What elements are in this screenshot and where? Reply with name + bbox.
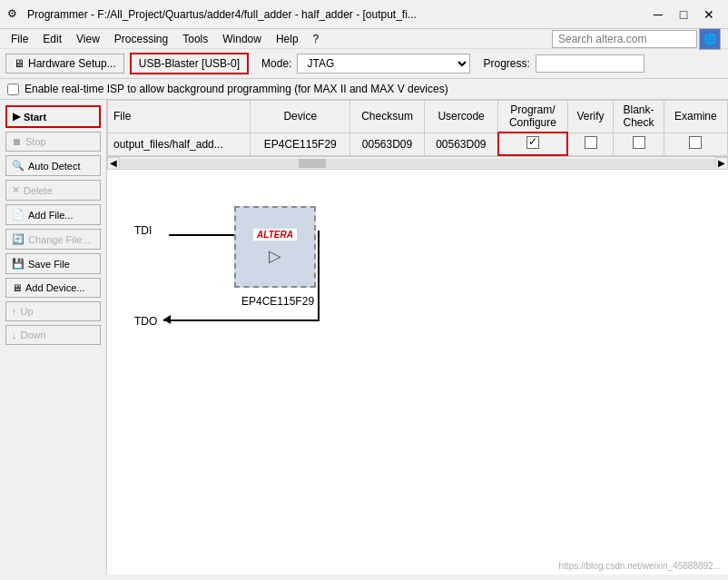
menu-tools[interactable]: Tools xyxy=(175,31,215,47)
stop-button[interactable]: ⏹ Stop xyxy=(5,132,101,152)
menu-file[interactable]: File xyxy=(4,31,35,47)
title-text: Programmer - F:/All_Project/Quartus/adde… xyxy=(27,8,646,21)
col-file: File xyxy=(108,101,251,133)
up-icon: ↑ xyxy=(12,306,17,317)
scroll-track[interactable] xyxy=(120,159,715,168)
minimize-button[interactable]: ─ xyxy=(646,3,670,26)
mode-label: Mode: xyxy=(261,57,291,70)
col-program-configure: Program/Configure xyxy=(498,101,568,133)
hardware-icon: 🖥 xyxy=(14,57,25,70)
col-examine: Examine xyxy=(664,101,727,133)
add-file-button[interactable]: 📄 Add File... xyxy=(5,204,101,225)
cell-file: output_files/half_add... xyxy=(108,133,251,155)
title-bar: ⚙ Programmer - F:/All_Project/Quartus/ad… xyxy=(0,0,728,29)
menu-view[interactable]: View xyxy=(69,31,107,47)
start-button[interactable]: ▶ Start xyxy=(5,105,101,128)
delete-button[interactable]: ✕ Delete xyxy=(5,180,101,201)
change-file-button[interactable]: 🔄 Change File... xyxy=(5,229,101,250)
add-device-button[interactable]: 🖥 Add Device... xyxy=(5,278,101,298)
col-verify: Verify xyxy=(567,101,614,133)
down-button[interactable]: ↓ Down xyxy=(5,325,101,345)
cell-checksum: 00563D09 xyxy=(350,133,425,155)
menu-help[interactable]: Help xyxy=(269,31,306,47)
scroll-right-button[interactable]: ▶ xyxy=(715,157,728,170)
save-file-button[interactable]: 💾 Save File xyxy=(5,253,101,274)
isp-label: Enable real-time ISP to allow background… xyxy=(25,83,448,95)
program-configure-checkbox[interactable] xyxy=(526,136,539,149)
device-viz: TDI ALTERA ▷ EP4CE115F29 xyxy=(107,170,728,575)
usb-blaster-button[interactable]: USB-Blaster [USB-0] xyxy=(130,53,249,74)
start-icon: ▶ xyxy=(13,111,20,123)
examine-checkbox[interactable] xyxy=(689,136,702,149)
watermark: https://blog.csdn.net/weixin_45888892... xyxy=(559,561,721,571)
progress-label: Progress: xyxy=(483,57,529,70)
sidebar: ▶ Start ⏹ Stop 🔍 Auto Detect ✕ Delete 📄 … xyxy=(0,100,107,575)
menu-bar: File Edit View Processing Tools Window H… xyxy=(0,29,728,49)
verify-checkbox[interactable] xyxy=(585,136,597,149)
globe-icon[interactable]: 🌐 xyxy=(699,28,721,50)
tdo-label: TDO xyxy=(134,315,157,328)
blank-check-checkbox[interactable] xyxy=(633,136,645,149)
menu-processing[interactable]: Processing xyxy=(107,31,175,47)
device-arrow-icon: ▷ xyxy=(269,246,281,266)
right-panel: File Device Checksum Usercode Program/Co… xyxy=(107,100,728,575)
table-area: File Device Checksum Usercode Program/Co… xyxy=(107,100,728,157)
window-controls: ─ □ ✕ xyxy=(646,3,721,26)
col-blank-check: Blank-Check xyxy=(614,101,664,133)
scroll-thumb[interactable] xyxy=(299,159,326,168)
cell-device: EP4CE115F29 xyxy=(251,133,350,155)
add-file-icon: 📄 xyxy=(12,209,25,221)
cell-program-configure[interactable] xyxy=(498,133,568,155)
cell-blank-check[interactable] xyxy=(614,133,664,155)
cell-usercode: 00563D09 xyxy=(425,133,498,155)
hardware-setup-button[interactable]: 🖥 Hardware Setup... xyxy=(5,54,124,74)
cell-verify[interactable] xyxy=(567,133,614,155)
isp-row: Enable real-time ISP to allow background… xyxy=(0,79,728,100)
program-table: File Device Checksum Usercode Program/Co… xyxy=(107,100,728,156)
horizontal-scrollbar[interactable]: ◀ ▶ xyxy=(107,157,728,170)
menu-edit[interactable]: Edit xyxy=(35,31,69,47)
scroll-left-button[interactable]: ◀ xyxy=(107,157,120,170)
up-button[interactable]: ↑ Up xyxy=(5,301,101,321)
change-file-icon: 🔄 xyxy=(12,233,25,245)
mode-select[interactable]: JTAG Active Serial Programming Passive S… xyxy=(297,54,470,74)
save-file-icon: 💾 xyxy=(12,258,25,270)
search-input[interactable] xyxy=(552,30,697,48)
main-content: ▶ Start ⏹ Stop 🔍 Auto Detect ✕ Delete 📄 … xyxy=(0,100,728,575)
table-row: output_files/half_add... EP4CE115F29 005… xyxy=(108,133,728,155)
delete-icon: ✕ xyxy=(12,184,20,196)
col-usercode: Usercode xyxy=(425,101,498,133)
auto-detect-icon: 🔍 xyxy=(12,160,25,172)
stop-icon: ⏹ xyxy=(12,136,22,147)
device-name-label: EP4CE115F29 xyxy=(241,295,314,308)
tdi-label: TDI xyxy=(134,224,152,237)
down-icon: ↓ xyxy=(12,329,17,340)
col-device: Device xyxy=(251,101,350,133)
menu-window[interactable]: Window xyxy=(215,31,269,47)
auto-detect-button[interactable]: 🔍 Auto Detect xyxy=(5,155,101,176)
cell-examine[interactable] xyxy=(664,133,727,155)
app-icon: ⚙ xyxy=(7,7,22,22)
menu-question[interactable]: ? xyxy=(306,31,327,47)
restore-button[interactable]: □ xyxy=(672,3,695,26)
progress-bar xyxy=(536,54,644,73)
device-box: ALTERA ▷ xyxy=(234,206,316,288)
device-logo: ALTERA xyxy=(253,229,297,241)
col-checksum: Checksum xyxy=(350,101,425,133)
toolbar: 🖥 Hardware Setup... USB-Blaster [USB-0] … xyxy=(0,49,728,79)
isp-checkbox[interactable] xyxy=(7,84,19,95)
add-device-icon: 🖥 xyxy=(12,282,22,293)
close-button[interactable]: ✕ xyxy=(697,3,721,26)
